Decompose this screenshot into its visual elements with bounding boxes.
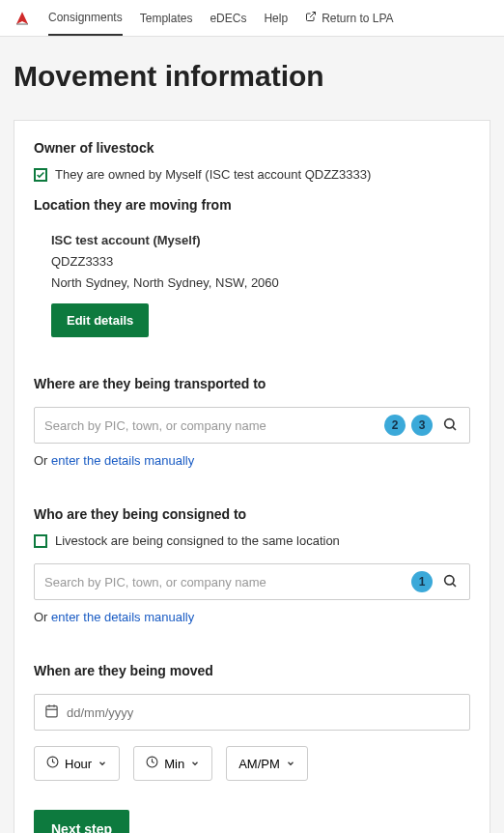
moving-from-block: ISC test account (Myself) QDZZ3333 North… [34, 224, 470, 337]
date-input-wrap [34, 694, 470, 731]
page-title: Movement information [14, 60, 490, 93]
svg-line-0 [310, 13, 316, 18]
nav-consignments[interactable]: Consignments [48, 1, 123, 36]
badge-2: 2 [384, 415, 406, 436]
consigned-to-or: Or enter the details manually [34, 610, 470, 624]
search-icon [442, 573, 458, 591]
consigned-same-location-label: Livestock are being consigned to the sam… [55, 533, 340, 548]
calendar-icon [44, 704, 59, 722]
transported-to-or-text: Or [34, 453, 51, 468]
nav-edecs[interactable]: eDECs [210, 2, 246, 35]
min-dropdown[interactable]: Min [133, 746, 212, 781]
owner-checkbox-label: They are owned by Myself (ISC test accou… [55, 167, 371, 182]
consigned-to-input[interactable] [44, 575, 406, 589]
chevron-down-icon [190, 757, 200, 771]
transported-to-or: Or enter the details manually [34, 453, 470, 468]
nav-return-lpa[interactable]: Return to LPA [305, 1, 393, 35]
next-step-button[interactable]: Next step [34, 810, 129, 833]
chevron-down-icon [98, 757, 107, 771]
svg-point-1 [445, 418, 454, 427]
transported-to-heading: Where are they being transported to [34, 376, 470, 391]
nav-return-lpa-label: Return to LPA [322, 12, 393, 25]
svg-rect-5 [46, 705, 57, 716]
from-account: ISC test account (Myself) [51, 230, 470, 251]
movement-card: Owner of livestock They are owned by Mys… [14, 120, 490, 833]
nav-templates[interactable]: Templates [140, 2, 193, 35]
page-container: Movement information Owner of livestock … [0, 37, 504, 833]
badge-1: 1 [411, 571, 433, 592]
owner-heading: Owner of livestock [34, 140, 470, 156]
svg-point-3 [445, 575, 454, 584]
when-moved-heading: When are they being moved [34, 663, 470, 678]
chevron-down-icon [286, 757, 295, 771]
consigned-to-search: 1 [34, 563, 470, 600]
moving-from-heading: Location they are moving from [34, 197, 470, 213]
date-input[interactable] [67, 705, 460, 720]
consigned-to-manual-link[interactable]: enter the details manually [51, 610, 194, 624]
min-label: Min [164, 757, 184, 771]
transported-to-manual-link[interactable]: enter the details manually [51, 453, 194, 468]
from-address: North Sydney, North Sydney, NSW, 2060 [51, 273, 470, 294]
owner-checkbox[interactable] [34, 168, 47, 182]
transported-to-search-button[interactable] [438, 413, 462, 439]
svg-line-4 [453, 584, 456, 587]
ampm-dropdown[interactable]: AM/PM [226, 746, 308, 781]
consigned-same-location-row: Livestock are being consigned to the sam… [34, 533, 470, 548]
hour-label: Hour [65, 757, 92, 771]
top-nav: Consignments Templates eDECs Help Return… [0, 0, 504, 37]
badge-3: 3 [411, 415, 433, 436]
from-pic: QDZZ3333 [51, 251, 470, 273]
search-icon [442, 416, 458, 435]
transported-to-input[interactable] [44, 418, 378, 433]
clock-icon [46, 756, 59, 771]
external-link-icon [305, 11, 317, 25]
svg-line-2 [453, 427, 456, 430]
ampm-label: AM/PM [238, 757, 280, 771]
app-logo [14, 10, 31, 27]
consigned-same-location-checkbox[interactable] [34, 534, 47, 548]
transported-to-search: 2 3 [34, 407, 470, 444]
time-row: Hour Min AM/PM [34, 746, 470, 781]
consigned-to-or-text: Or [34, 610, 51, 624]
consigned-to-heading: Who are they being consigned to [34, 506, 470, 522]
clock-icon [146, 756, 158, 771]
consigned-to-search-button[interactable] [438, 569, 462, 595]
owner-checkbox-row: They are owned by Myself (ISC test accou… [34, 167, 470, 182]
nav-help[interactable]: Help [264, 2, 288, 35]
hour-dropdown[interactable]: Hour [34, 746, 120, 781]
edit-details-button[interactable]: Edit details [51, 303, 149, 337]
